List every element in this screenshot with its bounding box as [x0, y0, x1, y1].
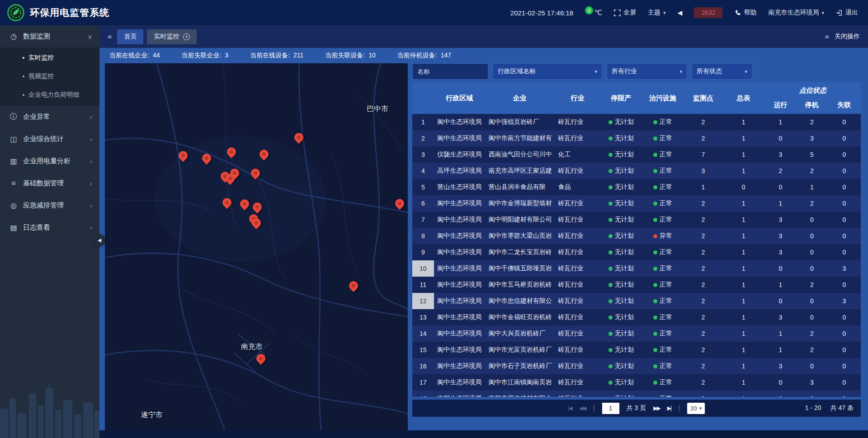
- table-row[interactable]: 17阆中生态环境局阆中市江南镇阆南页岩砖瓦行业无计划正常21030: [412, 374, 861, 391]
- industry-select[interactable]: 所有行业 ▾: [607, 63, 687, 80]
- cell-halt: 0: [796, 309, 827, 325]
- table-row[interactable]: 8阆中生态环境局阆中市枣碧大梁山页岩砖瓦行业无计划异常21300: [412, 228, 861, 244]
- tab-1[interactable]: 实时监控×: [147, 29, 197, 44]
- table-row[interactable]: 3仪陇生态环境局西南油气田分公司川中化工无计划正常71350: [412, 146, 861, 163]
- close-operations-button[interactable]: 关闭操作: [835, 33, 860, 41]
- cell-monitor: 2: [684, 228, 722, 244]
- table-row[interactable]: 18南部生态环境局南部县双峰建材有限公砖瓦行业无计划正常21003: [412, 391, 861, 397]
- cell-industry: 砖瓦行业: [554, 195, 600, 212]
- table-row[interactable]: 4高坪生态环境局南充市高坪区王家店建砖瓦行业无计划正常31220: [412, 163, 861, 179]
- main: ◷数据监测∨实时监控视频监控企业电力负荷明细ⓘ企业异常‹◫企业综合统计‹▥企业用…: [0, 25, 868, 438]
- map[interactable]: 巴中市南充市遂宁市: [105, 63, 408, 430]
- stat-value: 211: [293, 52, 303, 60]
- cell-stop-limit: 无计划: [601, 179, 642, 195]
- first-page-button[interactable]: |◀: [568, 405, 572, 411]
- map-pin-4[interactable]: [294, 133, 304, 143]
- map-pin-9[interactable]: [222, 198, 232, 208]
- table-row[interactable]: 10阆中生态环境局阆中千佛镇五郎垭页岩砖瓦行业无计划正常21003: [412, 260, 861, 277]
- table-row[interactable]: 7阆中生态环境局阆中明阳建材有限公司砖瓦行业无计划正常21300: [412, 212, 861, 228]
- cell-run: 1: [765, 114, 796, 130]
- tabs-scroll-left-icon[interactable]: «: [108, 32, 111, 41]
- stop-limit-text: 无计划: [615, 362, 634, 370]
- cell-run: 1: [765, 325, 796, 342]
- cell-region: 阆中生态环境局: [434, 130, 485, 146]
- table-row[interactable]: 6阆中生态环境局阆中市金博瑞新型墙材砖瓦行业无计划正常21120: [412, 195, 861, 212]
- status-select[interactable]: 所有状态 ▾: [692, 63, 752, 80]
- cell-halt: 0: [796, 293, 827, 309]
- sidebar-item-5[interactable]: ◎应急减排管理‹: [0, 194, 99, 217]
- map-pin-0[interactable]: [179, 151, 189, 161]
- table-row[interactable]: 1阆中生态环境局阆中强锐页岩砖厂砖瓦行业无计划正常21120: [412, 114, 861, 130]
- status-dot-green: [653, 120, 657, 124]
- stat-label: 当前失联企业:: [181, 52, 221, 60]
- theme-dropdown[interactable]: 主题 ▾: [648, 9, 666, 17]
- cell-meter: 1: [722, 260, 764, 277]
- logout-button[interactable]: 退出: [836, 9, 858, 17]
- org-dropdown[interactable]: 南充市生态环境局 ▾: [768, 9, 824, 17]
- map-pin-1[interactable]: [202, 154, 212, 164]
- col-monitor: 监测点: [684, 82, 722, 114]
- status-dot-green: [609, 397, 613, 397]
- map-pin-11[interactable]: [253, 203, 263, 212]
- stop-limit-text: 无计划: [615, 151, 634, 159]
- sidebar-item-6[interactable]: ▤日志查看‹: [0, 217, 99, 239]
- table-row[interactable]: 14阆中生态环境局阆中大兴页岩机砖厂砖瓦行业无计划正常21120: [412, 325, 861, 342]
- table-row[interactable]: 2阆中生态环境局阆中市南方节能建材有砖瓦行业无计划正常21030: [412, 130, 861, 146]
- last-page-button[interactable]: ▶|: [667, 405, 671, 411]
- tab-0[interactable]: 首页: [117, 29, 143, 44]
- name-filter-input[interactable]: [412, 63, 488, 80]
- page-size-select[interactable]: 20 ▾: [687, 403, 705, 414]
- table-row[interactable]: 16阆中生态环境局阆中市石子页岩机砖厂砖瓦行业无计划正常21300: [412, 358, 861, 374]
- cell-halt: 2: [796, 195, 827, 212]
- cell-company: 南部县双峰建材有限公: [485, 391, 555, 397]
- map-pin-16[interactable]: [256, 354, 266, 364]
- page-number-input[interactable]: [602, 403, 619, 414]
- sidebar-subitem-0-0[interactable]: 实时监控: [0, 48, 99, 67]
- cell-stop-limit: 无计划: [601, 293, 642, 309]
- map-pin-10[interactable]: [240, 199, 250, 209]
- speaker-icon[interactable]: ◀: [678, 9, 683, 16]
- help-button[interactable]: 帮助: [734, 9, 756, 17]
- row-index: 7: [412, 212, 434, 228]
- map-pin-2[interactable]: [227, 147, 237, 157]
- facility-text: 正常: [660, 378, 672, 386]
- fullscreen-button[interactable]: 全屏: [614, 9, 636, 17]
- cell-region: 高坪生态环境局: [434, 163, 485, 179]
- table-row[interactable]: 5营山生态环境局营山县润丰食品有限食品无计划正常10010: [412, 179, 861, 195]
- sidebar-item-4[interactable]: ≡基础数据管理‹: [0, 172, 99, 194]
- table-row[interactable]: 15阆中生态环境局阆中市光富页岩机砖厂砖瓦行业无计划正常21120: [412, 342, 861, 358]
- table-row[interactable]: 12阆中生态环境局阆中市忠信建材有限公砖瓦行业无计划正常21003: [412, 293, 861, 309]
- facility-text: 正常: [660, 199, 672, 207]
- map-pin-13[interactable]: [252, 218, 262, 228]
- next-page-button[interactable]: ▶▶: [653, 405, 660, 411]
- region-select[interactable]: 行政区域名称 ▾: [493, 63, 602, 80]
- table-row[interactable]: 11阆中生态环境局阆中市五马桥页岩机砖砖瓦行业无计划正常21120: [412, 277, 861, 293]
- stat-label: 当前在线设备:: [250, 52, 290, 60]
- col-stop-limit: 停限产: [601, 82, 642, 114]
- table-row[interactable]: 9阆中生态环境局阆中市二龙长宝页岩砖砖瓦行业无计划正常21300: [412, 244, 861, 260]
- cell-stop-limit: 无计划: [601, 277, 642, 293]
- map-pin-8[interactable]: [251, 169, 261, 179]
- map-pin-7[interactable]: [230, 169, 240, 179]
- table-row[interactable]: 13阆中生态环境局阆中市金福旺页岩机砖砖瓦行业无计划正常21300: [412, 309, 861, 325]
- map-collapse-button[interactable]: ◀: [94, 234, 105, 246]
- notification-badge[interactable]: 2632: [694, 7, 722, 18]
- map-pin-icon: [177, 149, 189, 162]
- sidebar-item-1[interactable]: ⓘ企业异常‹: [0, 106, 99, 128]
- prev-page-button[interactable]: ◀◀: [579, 405, 585, 411]
- tabs-scroll-right-icon[interactable]: »: [825, 32, 828, 41]
- tab-close-icon[interactable]: ×: [183, 33, 190, 40]
- map-pin-3[interactable]: [259, 150, 269, 160]
- sidebar-item-3[interactable]: ▥企业用电量分析‹: [0, 150, 99, 172]
- cell-company: 阆中大兴页岩机砖厂: [485, 325, 555, 342]
- sidebar-subitem-0-2[interactable]: 企业电力负荷明细: [0, 85, 99, 104]
- map-pin-14[interactable]: [395, 199, 405, 209]
- sidebar-item-0[interactable]: ◷数据监测∨: [0, 25, 99, 47]
- sidebar-item-2[interactable]: ◫企业综合统计‹: [0, 128, 99, 150]
- cell-stop-limit: 无计划: [601, 228, 642, 244]
- sidebar-subitem-0-1[interactable]: 视频监控: [0, 67, 99, 85]
- row-index: 2: [412, 130, 434, 146]
- map-pin-15[interactable]: [349, 281, 359, 291]
- cell-stop-limit: 无计划: [601, 212, 642, 228]
- cell-run: 3: [765, 228, 796, 244]
